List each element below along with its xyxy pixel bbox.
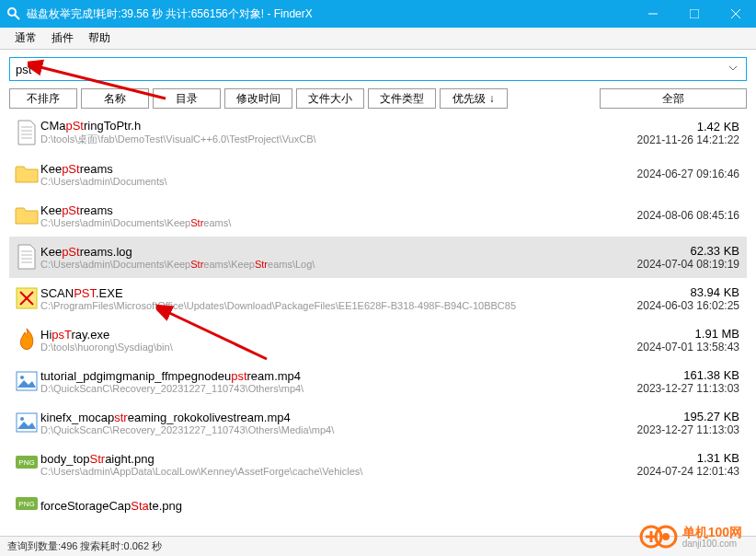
file-list[interactable]: CMapStringToPtr.hD:\tools\桌面\fab\DemoTes… — [0, 109, 756, 545]
file-type-icon: PNG — [13, 491, 40, 520]
header-priority[interactable]: 优先级 ↓ — [440, 88, 508, 109]
file-path: D:\tools\桌面\fab\DemoTest\VisualC++6.0\Te… — [40, 133, 587, 146]
file-date: 2024-06-27 09:16:46 — [587, 168, 739, 180]
file-name: forceStorageCapState.png — [40, 499, 587, 513]
file-type-icon — [13, 408, 40, 437]
watermark: 单机100网 danji100.com — [638, 522, 742, 551]
file-name: body_topStraight.png — [40, 452, 587, 466]
file-meta: 161.38 KB2023-12-27 11:13:03 — [587, 368, 743, 395]
titlebar: 磁盘枚举完成!耗时:39.56 秒 共计:656156个对象! - Finder… — [0, 0, 756, 28]
file-meta: 195.27 KB2023-12-27 11:13:03 — [587, 410, 743, 436]
file-size: 1.42 KB — [587, 120, 739, 133]
watermark-logo-icon — [638, 522, 682, 551]
header-dir[interactable]: 目录 — [153, 88, 221, 109]
column-headers: 不排序 名称 目录 修改时间 文件大小 文件类型 优先级 ↓ 全部 — [0, 88, 756, 109]
file-name: tutorial_pdgimgmanip_ffmpegnodeupstream.… — [40, 369, 587, 383]
maximize-button[interactable] — [673, 0, 715, 28]
file-type-icon — [13, 366, 40, 396]
file-path: C:\Users\admin\Documents\KeepStreams\ — [40, 217, 587, 228]
file-path: D:\QuickScanC\Recovery_20231227_110743\O… — [40, 424, 587, 435]
file-info: forceStorageCapState.png — [40, 499, 587, 513]
file-row[interactable]: KeepStreams.logC:\Users\admin\Documents\… — [9, 237, 747, 278]
file-type-icon: PNG — [13, 449, 40, 479]
app-icon — [6, 6, 22, 22]
file-type-icon — [13, 325, 40, 354]
menubar: 通常 插件 帮助 — [0, 28, 756, 50]
svg-line-1 — [15, 15, 19, 19]
file-name: KeepStreams.log — [40, 245, 587, 259]
header-mtime[interactable]: 修改时间 — [224, 88, 292, 109]
file-row[interactable]: KeepStreamsC:\Users\admin\Documents\Keep… — [9, 195, 747, 237]
file-info: KeepStreamsC:\Users\admin\Documents\ — [40, 162, 587, 187]
header-size[interactable]: 文件大小 — [296, 88, 364, 109]
file-info: SCANPST.EXEC:\ProgramFiles\MicrosoftOffi… — [40, 286, 587, 311]
file-info: tutorial_pdgimgmanip_ffmpegnodeupstream.… — [40, 369, 587, 394]
file-row[interactable]: HipsTray.exeD:\tools\huorong\Sysdiag\bin… — [9, 319, 747, 361]
file-row[interactable]: tutorial_pdgimgmanip_ffmpegnodeupstream.… — [9, 361, 747, 402]
header-all[interactable]: 全部 — [600, 88, 747, 109]
file-date: 2024-07-01 13:58:43 — [587, 341, 739, 353]
file-row[interactable]: CMapStringToPtr.hD:\tools\桌面\fab\DemoTes… — [9, 112, 747, 154]
file-date: 2021-11-26 14:21:22 — [587, 133, 739, 146]
window-buttons — [632, 0, 756, 28]
search-dropdown-icon[interactable] — [727, 63, 740, 75]
file-type-icon — [13, 118, 40, 147]
file-row[interactable]: PNGforceStorageCapState.png — [9, 485, 747, 527]
file-name: CMapStringToPtr.h — [40, 119, 587, 133]
menu-general[interactable]: 通常 — [7, 28, 44, 49]
svg-rect-3 — [690, 9, 699, 18]
file-info: KeepStreamsC:\Users\admin\Documents\Keep… — [40, 203, 587, 228]
file-row[interactable]: SCANPST.EXEC:\ProgramFiles\MicrosoftOffi… — [9, 278, 747, 319]
file-name: KeepStreams — [40, 162, 587, 176]
search-box[interactable] — [9, 57, 747, 81]
watermark-url: danji100.com — [682, 539, 742, 549]
file-row[interactable]: PNGbody_topStraight.pngC:\Users\admin\Ap… — [9, 444, 747, 485]
minimize-button[interactable] — [632, 0, 673, 28]
file-size: 83.94 KB — [587, 285, 739, 299]
header-name[interactable]: 名称 — [81, 88, 149, 109]
file-size: 1.31 KB — [587, 451, 739, 465]
file-type-icon — [13, 242, 40, 272]
svg-point-0 — [8, 8, 16, 16]
header-type[interactable]: 文件类型 — [368, 88, 436, 109]
svg-text:PNG: PNG — [18, 500, 34, 508]
close-button[interactable] — [715, 0, 756, 28]
file-meta: 1.31 KB2024-07-24 12:01:43 — [587, 451, 743, 478]
svg-text:PNG: PNG — [18, 458, 34, 467]
file-meta: 83.94 KB2024-06-03 16:02:25 — [587, 285, 743, 312]
header-sort[interactable]: 不排序 — [9, 88, 77, 109]
search-area — [0, 50, 756, 88]
file-size: 195.27 KB — [587, 410, 739, 423]
file-meta: 62.33 KB2024-07-04 08:19:19 — [587, 244, 743, 271]
file-path: C:\Users\admin\Documents\ — [40, 176, 587, 187]
file-info: CMapStringToPtr.hD:\tools\桌面\fab\DemoTes… — [40, 119, 587, 146]
file-name: HipsTray.exe — [40, 328, 587, 342]
file-date: 2024-08-06 08:45:16 — [587, 209, 739, 222]
file-path: C:\Users\admin\Documents\KeepStreams\Kee… — [40, 259, 587, 270]
file-meta: 2024-06-27 09:16:46 — [587, 168, 743, 180]
file-name: SCANPST.EXE — [40, 286, 587, 300]
file-type-icon — [13, 284, 40, 313]
file-date: 2023-12-27 11:13:03 — [587, 423, 739, 436]
file-date: 2024-06-03 16:02:25 — [587, 299, 739, 312]
file-path: D:\tools\huorong\Sysdiag\bin\ — [40, 342, 587, 353]
file-meta: 1.42 KB2021-11-26 14:21:22 — [587, 120, 743, 146]
file-path: C:\Users\admin\AppData\LocalLow\Kenney\A… — [40, 466, 587, 477]
file-row[interactable]: kinefx_mocapstreaming_rokokolivestream.m… — [9, 402, 747, 444]
window-title: 磁盘枚举完成!耗时:39.56 秒 共计:656156个对象! - Finder… — [27, 6, 632, 22]
menu-plugins[interactable]: 插件 — [44, 28, 81, 49]
file-date: 2024-07-04 08:19:19 — [587, 258, 739, 271]
file-info: kinefx_mocapstreaming_rokokolivestream.m… — [40, 411, 587, 435]
svg-point-20 — [20, 417, 24, 421]
file-type-icon — [13, 159, 40, 189]
file-row[interactable]: KeepStreamsC:\Users\admin\Documents\2024… — [9, 154, 747, 195]
menu-help[interactable]: 帮助 — [81, 28, 118, 49]
search-input[interactable] — [16, 63, 727, 76]
status-text: 查询到数量:496 搜索耗时:0.062 秒 — [7, 539, 162, 553]
svg-point-18 — [20, 376, 24, 379]
file-path: C:\ProgramFiles\MicrosoftOffice\Updates\… — [40, 300, 587, 311]
file-date: 2023-12-27 11:13:03 — [587, 382, 739, 395]
file-size: 1.91 MB — [587, 327, 739, 341]
file-meta: 2024-08-06 08:45:16 — [587, 209, 743, 222]
svg-point-27 — [662, 533, 670, 540]
